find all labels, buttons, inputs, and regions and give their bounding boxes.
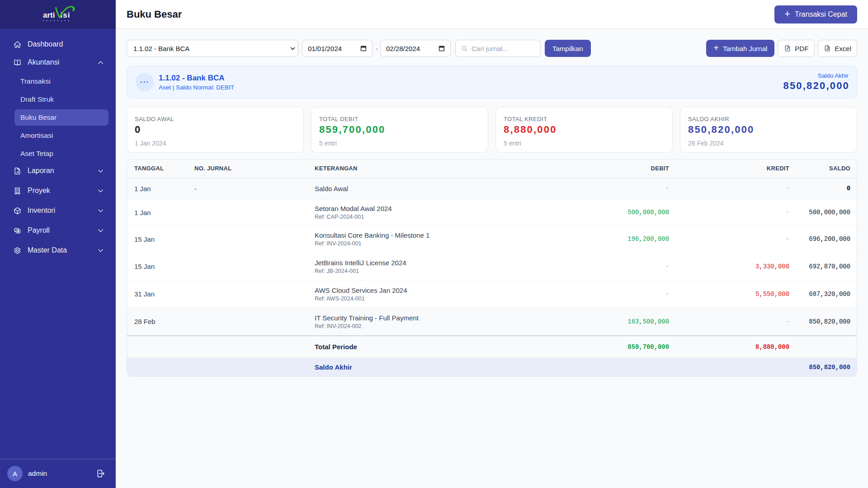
svg-text:arti: arti [43, 11, 55, 19]
svg-text:isi: isi [61, 11, 71, 19]
